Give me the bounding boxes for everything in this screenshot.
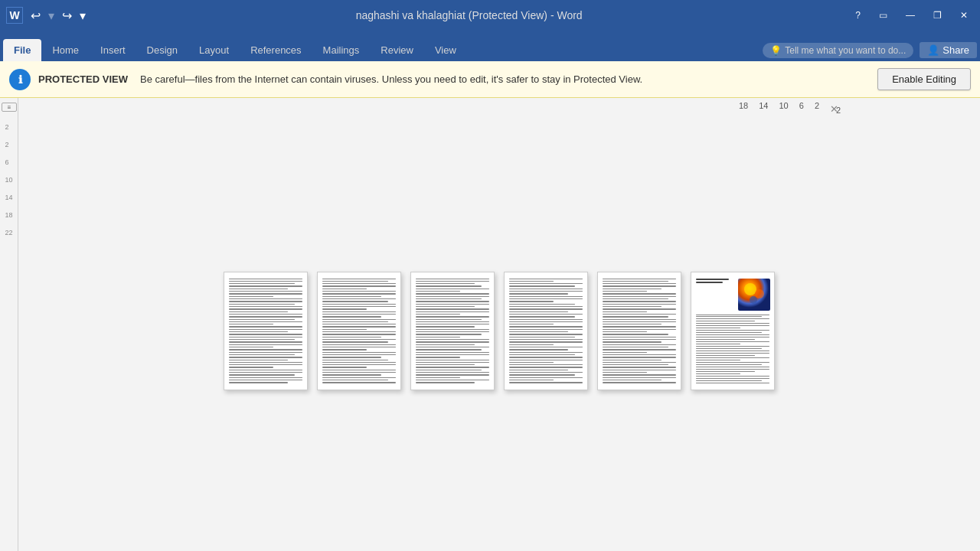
document-page-6 [691, 272, 775, 390]
ruler-num: 10 [779, 101, 789, 110]
page-image [738, 279, 770, 311]
title-bar: W ↩ ▾ ↪ ▾ naghashi va khalaghiat (Protec… [0, 0, 980, 31]
page-content [603, 279, 676, 383]
document-page-1 [224, 272, 308, 390]
title-bar-right: ? ▭ — ❐ ✕ [849, 7, 974, 24]
svg-point-2 [755, 289, 764, 298]
redo-button[interactable]: ↪ [59, 7, 75, 24]
svg-point-1 [744, 283, 756, 295]
tab-insert[interactable]: Insert [90, 39, 136, 61]
tab-mailings[interactable]: Mailings [312, 39, 371, 61]
page-content [509, 279, 583, 383]
page-content [416, 279, 489, 383]
restore-button[interactable]: ❐ [927, 7, 948, 24]
tell-me-box[interactable]: 💡 Tell me what you want to do... [763, 43, 913, 58]
v-ruler-mark: 22 [5, 230, 12, 236]
undo-button[interactable]: ↩ [28, 7, 44, 24]
document-page-4 [504, 272, 588, 390]
page-title-text [696, 279, 734, 283]
workspace: ≡ 2 2 6 10 14 18 22 18 14 10 6 2 ✕ 2 [0, 98, 980, 551]
v-ruler-mark: 6 [5, 159, 12, 166]
tab-references[interactable]: References [240, 39, 312, 61]
tab-file[interactable]: File [3, 39, 41, 61]
ruler-num: 18 [739, 101, 748, 110]
svg-point-3 [750, 296, 757, 304]
protected-view-message: Be careful—files from the Internet can c… [140, 73, 870, 85]
pages-row [208, 256, 790, 406]
tab-layout[interactable]: Layout [188, 39, 240, 61]
ruler-num: 6 [799, 101, 804, 110]
document-page-5 [597, 272, 681, 390]
ribbon-display-button[interactable]: ▭ [873, 7, 893, 24]
v-ruler-handle[interactable]: ≡ [2, 103, 17, 112]
help-button[interactable]: ? [849, 7, 867, 24]
tell-me-text: Tell me what you want to do... [785, 45, 906, 56]
tab-design[interactable]: Design [136, 39, 188, 61]
v-ruler-mark: 2 [5, 124, 12, 131]
ruler-num: 2 [815, 101, 819, 110]
share-label: Share [942, 44, 969, 56]
protected-view-bar: ℹ PROTECTED VIEW Be careful—files from t… [0, 61, 980, 98]
main-content: 18 14 10 6 2 ✕ 2 [18, 98, 980, 551]
pages-area [18, 110, 980, 551]
protected-info-icon: ℹ [9, 69, 31, 90]
enable-editing-button[interactable]: Enable Editing [877, 68, 971, 90]
page-content [322, 279, 396, 383]
share-button[interactable]: 👤 Share [920, 42, 977, 58]
minimize-button[interactable]: — [900, 7, 921, 24]
document-page-2 [317, 272, 401, 390]
tab-review[interactable]: Review [370, 39, 424, 61]
page-content [696, 315, 769, 383]
v-ruler-mark: 10 [5, 177, 12, 184]
ruler-num: 14 [759, 101, 768, 110]
close-button[interactable]: ✕ [954, 7, 974, 24]
horizontal-ruler: 18 14 10 6 2 ✕ 2 [18, 98, 980, 110]
tab-view[interactable]: View [424, 39, 467, 61]
v-ruler-marks: 2 2 6 10 14 18 22 [5, 124, 12, 247]
v-ruler-mark: 14 [5, 194, 12, 201]
tab-home[interactable]: Home [41, 39, 90, 61]
customize-qat[interactable]: ▾ [77, 7, 89, 24]
page-content [229, 279, 302, 383]
v-ruler-mark: 2 [5, 142, 12, 148]
document-title: naghashi va khalaghiat (Protected View) … [89, 9, 849, 21]
lightbulb-icon: 💡 [770, 45, 782, 56]
ribbon-tabs: File Home Insert Design Layout Reference… [0, 31, 980, 61]
share-person-icon: 👤 [927, 44, 939, 56]
title-bar-left: W ↩ ▾ ↪ ▾ [6, 7, 89, 24]
document-page-3 [410, 272, 495, 390]
word-icon: W [6, 7, 23, 24]
protected-view-label: PROTECTED VIEW [38, 73, 128, 85]
svg-rect-0 [738, 279, 770, 311]
v-ruler-mark: 18 [5, 212, 12, 219]
vertical-ruler: ≡ 2 2 6 10 14 18 22 [0, 98, 18, 551]
undo-redo-group: ↩ ▾ ↪ ▾ [28, 7, 89, 24]
undo-dropdown[interactable]: ▾ [45, 7, 57, 24]
